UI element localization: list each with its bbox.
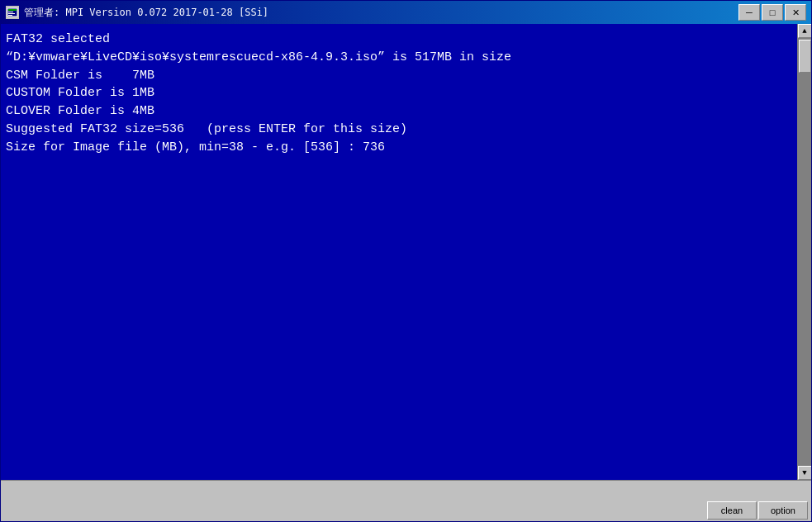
clean-button[interactable]: clean (707, 501, 757, 520)
window-body: FAT32 selected“D:¥vmware¥LiveCD¥iso¥syst… (1, 24, 811, 480)
svg-rect-2 (8, 12, 13, 12)
console-line: Suggested FAT32 size=536 (press ENTER fo… (6, 121, 792, 139)
option-button[interactable]: option (758, 501, 808, 520)
window-title: 管理者: MPI Version 0.072 2017-01-28 [SSi] (24, 6, 738, 20)
window-icon (6, 6, 19, 19)
vertical-scrollbar[interactable]: ▲ ▼ (797, 24, 811, 480)
minimize-button[interactable]: ─ (738, 4, 760, 21)
console-line: FAT32 selected (6, 31, 792, 49)
scroll-up-button[interactable]: ▲ (798, 24, 812, 38)
window-controls: ─ □ ✕ (738, 4, 806, 21)
console-line: CUSTOM Folder is 1MB (6, 84, 792, 102)
title-bar: 管理者: MPI Version 0.072 2017-01-28 [SSi] … (1, 1, 811, 24)
svg-rect-4 (8, 15, 12, 16)
bottom-bar: clean option (1, 480, 811, 521)
console-line: Size for Image file (MB), min=38 - e.g. … (6, 139, 792, 157)
scrollbar-thumb[interactable] (799, 40, 811, 73)
main-window: 管理者: MPI Version 0.072 2017-01-28 [SSi] … (0, 0, 812, 522)
maximize-button[interactable]: □ (762, 4, 783, 21)
svg-rect-3 (8, 13, 15, 14)
console-line: “D:¥vmware¥LiveCD¥iso¥systemrescuecd-x86… (6, 49, 792, 67)
console-line: CSM Folder is 7MB (6, 67, 792, 85)
scroll-down-button[interactable]: ▼ (798, 466, 812, 480)
svg-rect-1 (8, 9, 17, 11)
scrollbar-track[interactable] (798, 38, 811, 466)
console-output: FAT32 selected“D:¥vmware¥LiveCD¥iso¥syst… (1, 24, 797, 480)
console-line: CLOVER Folder is 4MB (6, 102, 792, 121)
close-button[interactable]: ✕ (785, 4, 806, 21)
